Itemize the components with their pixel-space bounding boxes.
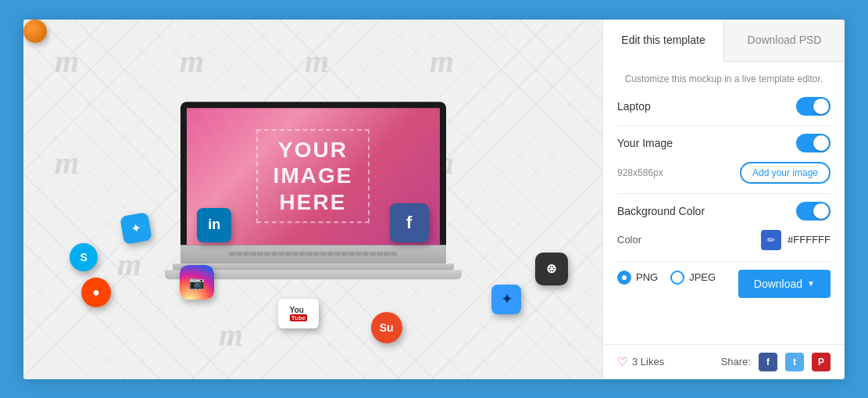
twitter-icon: ✦ (120, 212, 152, 245)
panel-body: Customize this mockup in a live template… (603, 62, 845, 344)
linkedin-icon: in (197, 208, 231, 242)
pencil-icon: ✏ (767, 235, 775, 246)
jpeg-option[interactable]: JPEG (670, 271, 716, 285)
stumbleupon-icon: Su (371, 312, 402, 343)
watermark: m (55, 43, 79, 80)
orange-ball-icon (23, 20, 47, 43)
bottom-bar: ♡ 3 Likes Share: f t P (603, 344, 845, 379)
background-color-toggle[interactable] (796, 202, 830, 221)
customize-text: Customize this mockup in a live template… (617, 74, 830, 84)
laptop-base-top (173, 264, 454, 270)
screen-placeholder: YOUR IMAGE HERE (256, 129, 370, 224)
watermark: m (430, 43, 454, 80)
watermark: m (117, 246, 141, 283)
watermark: m (180, 43, 204, 80)
laptop-toggle[interactable] (796, 97, 830, 116)
share-facebook-icon[interactable]: f (759, 353, 777, 371)
download-button[interactable]: Download ▼ (738, 270, 830, 298)
laptop-control-row: Laptop (617, 97, 830, 116)
divider-2 (617, 193, 830, 194)
laptop-keyboard (180, 245, 446, 264)
color-label: Color (617, 234, 641, 246)
your-image-label: Your Image (617, 137, 673, 149)
tab-bar: Edit this template Download PSD (603, 20, 845, 62)
right-panel: Edit this template Download PSD Customiz… (602, 20, 845, 379)
jpeg-label: JPEG (689, 271, 716, 283)
image-size-row: 928x586px Add your image (617, 162, 830, 184)
reddit-icon: ● (81, 278, 111, 307)
jpeg-radio[interactable] (670, 271, 684, 285)
png-option[interactable]: PNG (617, 271, 658, 285)
heart-icon: ♡ (617, 355, 627, 369)
youtube-icon: You Tube (278, 299, 319, 328)
color-value: #FFFFFF (788, 234, 830, 246)
skype-icon: S (70, 243, 98, 271)
mockup-panel: m m m m m m m m m YOUR IMAGE HERE (23, 20, 602, 379)
instagram-icon: 📷 (180, 265, 214, 299)
likes-count: 3 Likes (632, 356, 664, 368)
watermark: m (219, 317, 243, 353)
format-row: PNG JPEG (617, 271, 716, 285)
divider-3 (617, 261, 830, 262)
laptop-label: Laptop (617, 100, 651, 113)
screen-text: YOUR IMAGE HERE (273, 137, 353, 216)
share-pinterest-icon[interactable]: P (812, 353, 830, 371)
likes-group: ♡ 3 Likes (617, 355, 664, 369)
tab-edit-template[interactable]: Edit this template (603, 20, 723, 62)
watermark: m (55, 145, 79, 181)
divider-1 (617, 125, 830, 126)
background-color-control-row: Background Color (617, 202, 830, 221)
share-twitter-icon[interactable]: t (785, 353, 804, 371)
watermark: m (305, 43, 329, 80)
background-color-label: Background Color (617, 205, 705, 217)
your-image-control-row: Your Image (617, 134, 830, 152)
image-size-text: 928x586px (617, 167, 663, 178)
download-arrow-icon: ▼ (807, 279, 815, 288)
facebook-icon: f (390, 203, 429, 242)
share-group: Share: f t P (721, 353, 830, 371)
color-row: Color ✏ #FFFFFF (617, 230, 830, 250)
color-swatch-group: ✏ #FFFFFF (761, 230, 830, 250)
your-image-toggle[interactable] (796, 134, 830, 152)
share-label: Share: (721, 356, 751, 368)
main-container: m m m m m m m m m YOUR IMAGE HERE (23, 20, 845, 379)
tab-download-psd[interactable]: Download PSD (723, 20, 845, 61)
png-label: PNG (636, 271, 658, 283)
delicious-icon: ✦ (491, 285, 521, 314)
github-icon: ⊛ (535, 253, 568, 285)
color-swatch[interactable]: ✏ (761, 230, 781, 250)
add-image-button[interactable]: Add your image (740, 162, 830, 184)
download-control-row: PNG JPEG Download ▼ (617, 270, 830, 298)
png-radio[interactable] (617, 271, 631, 285)
